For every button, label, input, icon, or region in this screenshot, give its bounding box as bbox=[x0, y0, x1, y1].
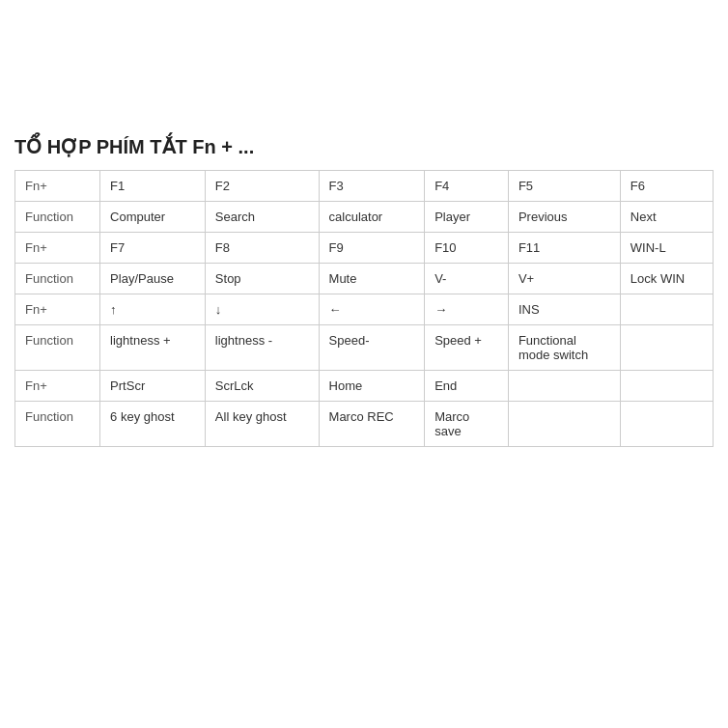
table-cell: → bbox=[425, 294, 509, 325]
table-cell: Play/Pause bbox=[100, 264, 206, 294]
table-cell: PrtScr bbox=[100, 371, 206, 402]
table-cell: V+ bbox=[508, 264, 620, 294]
table-cell: Speed- bbox=[319, 325, 425, 371]
page-title: TỔ HỢP PHÍM TẮT Fn + ... bbox=[14, 135, 714, 158]
table-row: Fn+F1F2F3F4F5F6 bbox=[15, 171, 714, 202]
table-cell: Function bbox=[15, 264, 100, 294]
table-cell bbox=[508, 371, 620, 402]
table-cell: Marco REC bbox=[319, 402, 425, 447]
table-cell: INS bbox=[508, 294, 620, 325]
page-container: TỔ HỢP PHÍM TẮT Fn + ... Fn+F1F2F3F4F5F6… bbox=[0, 0, 728, 466]
table-cell: Function bbox=[15, 202, 100, 233]
table-cell: Function bbox=[15, 325, 100, 371]
table-cell: ↓ bbox=[205, 294, 319, 325]
table-cell: F2 bbox=[205, 171, 319, 202]
table-cell: Fn+ bbox=[15, 233, 100, 264]
table-row: Fn+PrtScrScrLckHomeEnd bbox=[15, 371, 714, 402]
table-cell: F9 bbox=[319, 233, 425, 264]
table-cell: ← bbox=[319, 294, 425, 325]
table-cell: All key ghost bbox=[205, 402, 319, 447]
table-cell: Next bbox=[620, 202, 713, 233]
table-cell: lightness - bbox=[205, 325, 319, 371]
shortcut-table: Fn+F1F2F3F4F5F6FunctionComputerSearchcal… bbox=[14, 170, 714, 447]
table-cell: lightness + bbox=[100, 325, 206, 371]
table-cell: Stop bbox=[205, 264, 319, 294]
table-cell: ScrLck bbox=[205, 371, 319, 402]
table-row: FunctionPlay/PauseStopMuteV-V+Lock WIN bbox=[15, 264, 714, 294]
table-cell: Fn+ bbox=[15, 371, 100, 402]
table-cell: Computer bbox=[100, 202, 206, 233]
table-row: Fn+↑↓←→INS bbox=[15, 294, 714, 325]
table-cell bbox=[620, 402, 713, 447]
table-cell: Player bbox=[425, 202, 509, 233]
table-cell: F5 bbox=[508, 171, 620, 202]
table-cell: F11 bbox=[508, 233, 620, 264]
table-cell: F10 bbox=[425, 233, 509, 264]
table-row: FunctionComputerSearchcalculatorPlayerPr… bbox=[15, 202, 714, 233]
table-cell: ↑ bbox=[100, 294, 206, 325]
table-cell: Home bbox=[319, 371, 425, 402]
table-cell: End bbox=[425, 371, 509, 402]
table-cell: Functionalmode switch bbox=[508, 325, 620, 371]
table-cell: F6 bbox=[620, 171, 713, 202]
table-cell: F7 bbox=[100, 233, 206, 264]
table-cell: F1 bbox=[100, 171, 206, 202]
table-cell: F3 bbox=[319, 171, 425, 202]
table-cell: F4 bbox=[425, 171, 509, 202]
table-row: Fn+F7F8F9F10F11WIN-L bbox=[15, 233, 714, 264]
table-cell: Search bbox=[205, 202, 319, 233]
table-cell bbox=[620, 325, 713, 371]
table-cell: Speed + bbox=[425, 325, 509, 371]
table-cell bbox=[620, 371, 713, 402]
table-cell: Fn+ bbox=[15, 171, 100, 202]
table-cell: calculator bbox=[319, 202, 425, 233]
table-cell bbox=[620, 294, 713, 325]
table-cell: WIN-L bbox=[620, 233, 713, 264]
table-row: Functionlightness +lightness -Speed-Spee… bbox=[15, 325, 714, 371]
table-cell: F8 bbox=[205, 233, 319, 264]
table-cell: Function bbox=[15, 402, 100, 447]
table-cell: V- bbox=[425, 264, 509, 294]
table-cell: Marcosave bbox=[425, 402, 509, 447]
table-cell bbox=[508, 402, 620, 447]
table-cell: Fn+ bbox=[15, 294, 100, 325]
table-cell: Lock WIN bbox=[620, 264, 713, 294]
table-cell: Mute bbox=[319, 264, 425, 294]
table-row: Function6 key ghostAll key ghostMarco RE… bbox=[15, 402, 714, 447]
table-cell: 6 key ghost bbox=[100, 402, 206, 447]
table-cell: Previous bbox=[508, 202, 620, 233]
